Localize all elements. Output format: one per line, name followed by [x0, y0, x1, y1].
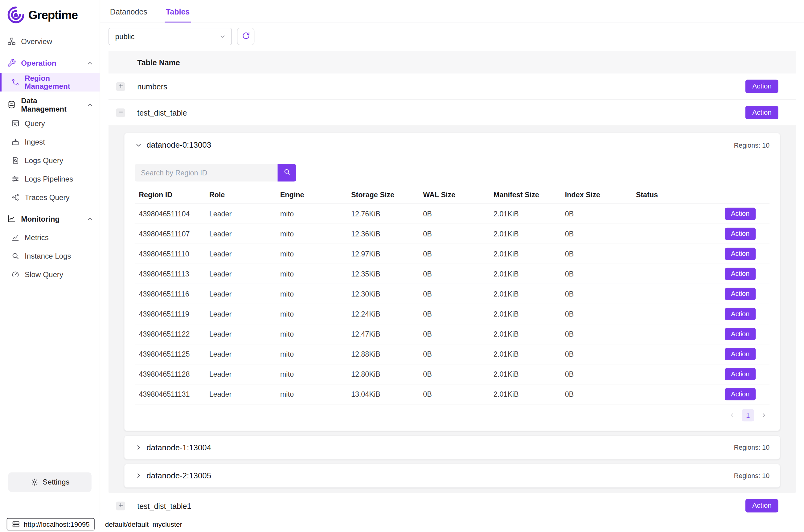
brand-name: Greptime [28, 8, 78, 22]
sidebar-item-monitoring[interactable]: Monitoring [0, 210, 100, 227]
storage-size-cell: 12.47KiB [351, 330, 423, 338]
region-action-button[interactable]: Action [725, 388, 755, 400]
region-id-cell: 4398046511125 [139, 350, 209, 359]
region-action-button[interactable]: Action [725, 308, 755, 320]
datanode-body: Region ID Role Engine Storage Size WAL S… [125, 164, 780, 431]
role-cell: Leader [209, 210, 280, 218]
table-name-header: Table Name [109, 51, 796, 73]
region-action-button[interactable]: Action [725, 268, 755, 280]
region-id-cell: 4398046511113 [139, 270, 209, 278]
sidebar-item-logs-query[interactable]: Logs Query [0, 152, 100, 169]
manifest-size-cell: 2.01KiB [494, 310, 565, 318]
tree-icon [12, 193, 20, 201]
region-search-input[interactable] [135, 164, 278, 182]
index-size-cell: 0B [565, 310, 636, 318]
plus-icon [117, 82, 123, 90]
engine-cell: mito [280, 390, 351, 399]
region-action-button[interactable]: Action [725, 248, 755, 260]
sidebar-item-traces-query[interactable]: Traces Query [0, 189, 100, 206]
query-window-icon [12, 119, 20, 127]
sidebar-item-label: Metrics [25, 233, 49, 241]
index-size-cell: 0B [565, 370, 636, 379]
role-cell: Leader [209, 230, 280, 238]
table-action-button[interactable]: Action [746, 499, 779, 513]
sidebar: Greptime Overview Operation [0, 0, 100, 517]
sidebar-item-label: Logs Query [25, 156, 63, 164]
role-cell: Leader [209, 350, 280, 359]
table-row: 4398046511116 Leader mito 12.30KiB 0B 2.… [135, 284, 769, 304]
collapse-minus-button[interactable] [116, 108, 125, 117]
sidebar-item-data-management[interactable]: Data Management [0, 96, 100, 113]
wal-size-cell: 0B [423, 210, 493, 218]
chevron-left-icon[interactable] [728, 412, 735, 419]
sidebar-item-operation[interactable]: Operation [0, 55, 100, 72]
column-header: Region ID [139, 190, 209, 199]
engine-cell: mito [280, 210, 351, 218]
import-icon [12, 137, 20, 146]
sidebar-item-metrics[interactable]: Metrics [0, 229, 100, 246]
table-action-button[interactable]: Action [746, 79, 779, 93]
chevron-up-icon [86, 59, 93, 66]
gear-icon [30, 478, 39, 487]
region-search [135, 164, 769, 182]
chevron-down-icon [219, 33, 226, 40]
schema-select[interactable]: public [109, 28, 232, 45]
region-search-button[interactable] [277, 164, 296, 182]
region-id-cell: 4398046511116 [139, 290, 209, 298]
expand-plus-button[interactable] [116, 501, 125, 510]
region-action-button[interactable]: Action [725, 328, 755, 340]
engine-cell: mito [280, 230, 351, 238]
sidebar-item-region-management[interactable]: Region Management [0, 73, 100, 92]
index-size-cell: 0B [565, 330, 636, 338]
region-action-button[interactable]: Action [725, 288, 755, 300]
table-expanded-panel: datanode-0:13003 Regions: 10 [109, 126, 796, 493]
refresh-button[interactable] [237, 28, 255, 45]
column-header: WAL Size [423, 190, 493, 199]
region-action-button[interactable]: Action [725, 368, 755, 380]
sidebar-item-query[interactable]: Query [0, 115, 100, 132]
pagination: 1 [135, 409, 769, 421]
tab-tables[interactable]: Tables [164, 0, 191, 22]
datanode-header[interactable]: datanode-0:13003 Regions: 10 [125, 133, 780, 157]
brand-logo: Greptime [0, 0, 100, 33]
index-size-cell: 0B [565, 390, 636, 399]
table-row: 4398046511113 Leader mito 12.35KiB 0B 2.… [135, 264, 769, 284]
sidebar-item-instance-logs[interactable]: Instance Logs [0, 247, 100, 264]
sidebar-item-ingest[interactable]: Ingest [0, 133, 100, 150]
expand-plus-button[interactable] [116, 82, 125, 91]
plus-icon [117, 502, 123, 510]
region-table-header: Region ID Role Engine Storage Size WAL S… [135, 186, 769, 204]
cluster-overview-icon [7, 37, 16, 45]
sidebar-item-slow-query[interactable]: Slow Query [0, 266, 100, 283]
storage-size-cell: 12.76KiB [351, 210, 423, 218]
chevron-up-icon [86, 215, 93, 222]
manifest-size-cell: 2.01KiB [494, 250, 565, 258]
app-window: Greptime Overview Operation [0, 0, 804, 532]
document-search-icon [12, 156, 20, 164]
pagination-page[interactable]: 1 [742, 409, 754, 421]
sidebar-nav: Overview Operation Region Management [0, 33, 100, 284]
region-action-button[interactable]: Action [725, 348, 755, 360]
tab-datanodes[interactable]: Datanodes [109, 0, 149, 22]
table-action-button[interactable]: Action [746, 106, 779, 119]
settings-button[interactable]: Settings [8, 472, 92, 492]
datanode-header[interactable]: datanode-2:13005 Regions: 10 [125, 464, 780, 487]
region-action-button[interactable]: Action [725, 208, 755, 220]
chevron-right-icon[interactable] [760, 412, 767, 419]
datanode-header[interactable]: datanode-1:13004 Regions: 10 [125, 436, 780, 459]
storage-size-cell: 12.80KiB [351, 370, 423, 379]
sidebar-item-logs-pipelines[interactable]: Logs Pipelines [0, 170, 100, 187]
sidebar-item-overview[interactable]: Overview [0, 33, 100, 50]
regions-count: Regions: 10 [734, 443, 770, 451]
table-row: 4398046511122 Leader mito 12.47KiB 0B 2.… [135, 324, 769, 344]
region-id-cell: 4398046511131 [139, 390, 209, 399]
storage-size-cell: 12.88KiB [351, 350, 423, 359]
chevron-right-icon [135, 472, 142, 480]
sidebar-item-label: Overview [21, 37, 52, 45]
chevron-right-icon [135, 443, 142, 451]
sidebar-item-label: Instance Logs [25, 251, 71, 260]
chart-line-icon [7, 214, 16, 223]
wal-size-cell: 0B [423, 390, 493, 399]
region-action-button[interactable]: Action [725, 228, 755, 240]
wal-size-cell: 0B [423, 330, 493, 338]
